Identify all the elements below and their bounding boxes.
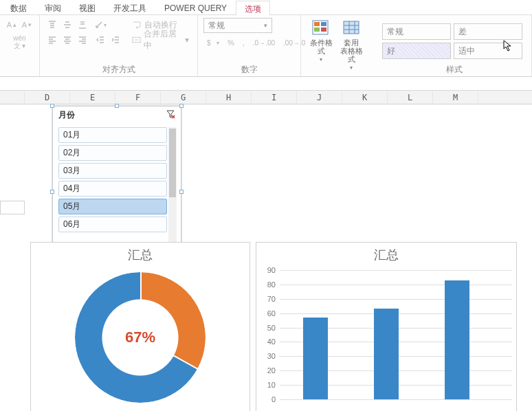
col-G[interactable]: G — [161, 91, 206, 104]
bar-ytick: 80 — [258, 280, 276, 289]
col-L[interactable]: L — [388, 91, 433, 104]
bar-ytick: 0 — [258, 395, 276, 403]
col-M[interactable]: M — [433, 91, 478, 104]
number-format-value: 常规 — [208, 20, 225, 32]
conditional-formatting-button[interactable]: 条件格式 ▾ — [307, 18, 335, 63]
comma-format-button[interactable]: , — [239, 36, 248, 49]
align-bottom-button[interactable] — [76, 18, 89, 32]
align-right-button[interactable] — [76, 33, 89, 47]
tab-options[interactable]: 选项 — [236, 1, 270, 15]
svg-rect-3 — [314, 22, 320, 26]
percent-format-button[interactable]: % — [224, 36, 238, 49]
bar-ytick: 10 — [258, 381, 276, 389]
col-F[interactable]: F — [115, 91, 161, 104]
bar-title: 汇总 — [256, 247, 516, 262]
style-good[interactable]: 好 — [382, 43, 451, 59]
bar-chart[interactable]: 汇总 0102030405060708090 — [256, 242, 517, 411]
bar-ytick: 60 — [258, 309, 276, 318]
align-center-button[interactable] — [60, 33, 74, 47]
bar-series-item — [374, 309, 399, 399]
formula-bar[interactable] — [0, 77, 532, 91]
donut-title: 汇总 — [31, 247, 250, 262]
bar-ytick: 50 — [258, 324, 276, 332]
slicer-title: 月份 — [58, 109, 75, 121]
donut-percent-label: 67% — [125, 329, 155, 346]
ribbon-tabs: 数据 审阅 视图 开发工具 POWER QUERY 选项 — [0, 0, 532, 15]
chevron-down-icon: ▾ — [264, 22, 267, 29]
orientation-button[interactable]: ▾ — [93, 18, 107, 32]
col-D[interactable]: D — [25, 91, 70, 104]
bar-ytick: 40 — [258, 337, 276, 346]
cond-format-label: 条件格式 — [308, 38, 334, 55]
merge-icon — [132, 35, 141, 45]
column-headers: D E F G H I J K L M — [0, 91, 532, 104]
cell-styles-gallery[interactable]: 常规 差 好 适中 — [382, 23, 522, 59]
ribbon: A▲ A▼ wén文 ▾ — [0, 15, 532, 77]
slicer-item-06[interactable]: 06月 — [58, 216, 167, 232]
accounting-format-button[interactable]: $▾ — [203, 36, 223, 49]
svg-rect-7 — [344, 21, 359, 34]
slicer-item-02[interactable]: 02月 — [58, 145, 167, 161]
align-left-button[interactable] — [45, 33, 59, 47]
row-header-cell[interactable] — [0, 201, 25, 214]
bar-ytick: 90 — [258, 266, 276, 274]
align-top-button[interactable] — [45, 18, 59, 32]
phonetic-label: wén — [13, 34, 25, 42]
bar-series-item — [303, 318, 328, 399]
decrease-indent-button[interactable] — [93, 33, 107, 47]
tab-developer[interactable]: 开发工具 — [104, 0, 155, 14]
fmt-table-label1: 套用 — [344, 38, 359, 47]
format-as-table-button[interactable]: 套用表格格式 ▾ — [337, 18, 366, 71]
fmt-table-label2: 表格格式 — [340, 47, 363, 63]
svg-rect-6 — [321, 27, 326, 32]
col-E[interactable]: E — [70, 91, 115, 104]
group-align-label: 对齐方式 — [45, 64, 192, 75]
mouse-cursor-icon — [503, 40, 513, 52]
tab-data[interactable]: 数据 — [1, 0, 36, 14]
bar-plot-area: 0102030405060708090 — [256, 262, 516, 411]
group-number-label: 数字 — [203, 64, 295, 75]
tab-powerquery[interactable]: POWER QUERY — [155, 0, 236, 14]
slicer-item-05[interactable]: 05月 — [58, 199, 167, 214]
number-format-combo[interactable]: 常规 ▾ — [203, 18, 272, 33]
slicer-item-01[interactable]: 01月 — [58, 127, 167, 143]
increase-indent-button[interactable] — [109, 33, 122, 47]
slicer-item-03[interactable]: 03月 — [58, 163, 167, 179]
style-bad[interactable]: 差 — [454, 23, 522, 40]
wrap-text-icon — [132, 20, 142, 30]
phonetic-guide-button[interactable]: wén文 ▾ — [13, 34, 25, 49]
slicer-scroll-thumb[interactable] — [169, 129, 176, 197]
clear-filter-icon[interactable] — [166, 109, 175, 121]
donut-chart[interactable]: 汇总 67% — [30, 242, 250, 411]
col-H[interactable]: H — [206, 91, 252, 104]
bar-ytick: 30 — [258, 352, 276, 360]
svg-rect-4 — [321, 22, 326, 26]
bar-series-item — [445, 280, 469, 399]
slicer-item-04[interactable]: 04月 — [58, 181, 167, 197]
table-format-icon — [342, 19, 361, 37]
tab-review[interactable]: 审阅 — [36, 0, 70, 14]
increase-decimal-button[interactable]: .0→.00 — [250, 36, 278, 49]
col-K[interactable]: K — [342, 91, 388, 104]
cond-format-icon — [311, 19, 331, 37]
col-I[interactable]: I — [252, 91, 297, 104]
worksheet: D E F G H I J K L M 月份 01月 02月 — [0, 91, 532, 408]
align-middle-button[interactable] — [60, 18, 74, 32]
svg-rect-5 — [314, 27, 320, 32]
decrease-font-button[interactable]: A▼ — [21, 18, 34, 32]
merge-center-label: 合并后居中 — [144, 28, 182, 52]
bar-ytick: 20 — [258, 366, 276, 375]
bar-ytick: 70 — [258, 295, 276, 303]
col-J[interactable]: J — [297, 91, 342, 104]
group-styles-label: 样式 — [382, 64, 526, 75]
increase-font-button[interactable]: A▲ — [5, 18, 19, 32]
tab-view[interactable]: 视图 — [70, 0, 104, 14]
merge-center-button[interactable]: 合并后居中 ▾ — [129, 33, 192, 47]
style-normal[interactable]: 常规 — [382, 23, 451, 40]
svg-text:$: $ — [207, 39, 211, 47]
